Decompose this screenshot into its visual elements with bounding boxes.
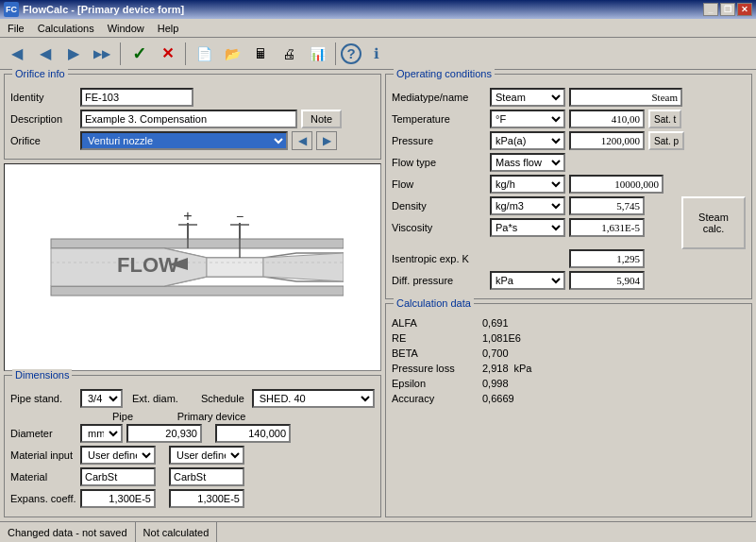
unit-select[interactable]: mm <box>80 424 123 443</box>
menu-window[interactable]: Window <box>102 21 150 36</box>
prev-button[interactable]: ◀ <box>32 41 59 67</box>
pipe-diameter-input[interactable] <box>126 424 202 443</box>
temperature-unit-select[interactable]: °F <box>490 110 565 128</box>
viscosity-input[interactable] <box>569 218 645 237</box>
calculation-data-title: Calculation data <box>394 297 474 309</box>
epsilon-row: Epsilon 0,998 <box>392 378 746 389</box>
svg-rect-4 <box>51 239 344 248</box>
beta-row: BETA 0,700 <box>392 347 746 359</box>
note-button[interactable]: Note <box>301 110 342 128</box>
menu-file[interactable]: File <box>2 21 30 36</box>
primary-expans-input[interactable] <box>169 489 244 508</box>
left-panel: Orifice info Identity Description Note O… <box>4 74 381 517</box>
accuracy-row: Accuracy 0,6669 <box>392 393 746 404</box>
info-button[interactable]: ℹ <box>363 41 390 67</box>
calculation-status-label: Not calculated <box>143 527 210 538</box>
new-button[interactable]: 📄 <box>191 41 217 67</box>
calculate-button[interactable]: 🖩 <box>247 41 274 67</box>
help-button[interactable]: ? <box>341 43 361 64</box>
temperature-input[interactable] <box>569 110 645 128</box>
mediatype-select[interactable]: Steam <box>490 88 565 107</box>
orifice-info-title: Orifice info <box>12 68 68 79</box>
re-value: 1,081E6 <box>482 332 521 344</box>
pipe-material-input-select[interactable]: User defined <box>80 446 156 465</box>
orifice-info-group: Orifice info Identity Description Note O… <box>4 74 381 160</box>
viscosity-unit-select[interactable]: Pa*s <box>490 218 565 237</box>
back-button[interactable]: ◀ <box>4 41 30 67</box>
primary-col-header: Primary device <box>169 411 254 422</box>
separator-1 <box>120 42 121 65</box>
window-title: FlowCalc - [Primary device form] <box>23 4 184 15</box>
svg-rect-10 <box>207 258 263 277</box>
minimize-button[interactable]: _ <box>703 3 718 16</box>
calculation-data-group: Calculation data ALFA 0,691 RE 1,081E6 B… <box>385 303 752 517</box>
mediatype-row: Mediatype/name Steam <box>392 88 746 107</box>
cancel-toolbar-button[interactable]: ✕ <box>154 41 180 67</box>
check-button[interactable]: ✓ <box>126 41 152 67</box>
svg-text:FLOW: FLOW <box>117 253 178 277</box>
title-bar: FC FlowCalc - [Primary device form] _ ❐ … <box>0 0 756 19</box>
open-button[interactable]: 📂 <box>219 41 245 67</box>
pipe-size-select[interactable]: 3/4 <box>80 389 123 408</box>
venturi-diagram: + − <box>42 206 344 329</box>
schedule-col-label: Schedule <box>201 393 244 404</box>
alfa-value: 0,691 <box>482 317 509 329</box>
accuracy-label: Accuracy <box>392 393 477 404</box>
sat-p-button[interactable]: Sat. p <box>648 131 684 150</box>
close-button[interactable]: ✕ <box>737 3 752 16</box>
restore-button[interactable]: ❐ <box>720 3 735 16</box>
orifice-select[interactable]: Venturi nozzle <box>80 131 288 150</box>
flow-row: Flow kg/h <box>392 175 746 194</box>
flow-label: Flow <box>392 178 486 190</box>
flow-unit-select[interactable]: kg/h <box>490 175 565 194</box>
app-icon: FC <box>4 2 19 17</box>
alfa-label: ALFA <box>392 317 477 329</box>
identity-input[interactable] <box>80 88 193 107</box>
diagram-area: + − <box>4 163 381 371</box>
main-area: Orifice info Identity Description Note O… <box>0 70 756 521</box>
primary-material-input-val[interactable] <box>169 467 244 486</box>
pipe-expans-input[interactable] <box>80 489 156 508</box>
skip-button[interactable]: ▶▶ <box>89 41 115 67</box>
primary-material-input-select[interactable]: User defined <box>169 446 244 465</box>
pressure-unit-select[interactable]: kPa(a) <box>490 131 565 150</box>
flow-input[interactable] <box>569 175 664 194</box>
identity-row: Identity <box>10 88 375 107</box>
pressure-row: Pressure kPa(a) Sat. p <box>392 131 746 150</box>
orifice-prev-btn[interactable]: ◀ <box>292 131 312 150</box>
density-input[interactable] <box>569 196 645 215</box>
description-input[interactable] <box>80 110 297 128</box>
orifice-label: Orifice <box>10 135 76 146</box>
medianame-input[interactable] <box>569 88 682 107</box>
ext-diam-col-label: Ext. diam. <box>132 393 178 404</box>
changed-data-label: Changed data - not saved <box>8 527 127 538</box>
density-unit-select[interactable]: kg/m3 <box>490 196 565 215</box>
pressure-input[interactable] <box>569 131 645 150</box>
print-button[interactable]: 🖨 <box>276 41 302 67</box>
svg-marker-11 <box>263 253 344 281</box>
steam-calc-button[interactable]: Steam calc. <box>681 196 746 249</box>
table-button[interactable]: 📊 <box>304 41 330 67</box>
dimensions-title: Dimensions <box>12 369 72 381</box>
diameter-row: Diameter mm <box>10 424 375 443</box>
beta-value: 0,700 <box>482 347 509 359</box>
separator-2 <box>185 42 186 65</box>
diff-pressure-unit-select[interactable]: kPa <box>490 271 565 290</box>
diameter-label: Diameter <box>10 428 76 439</box>
orifice-next-btn[interactable]: ▶ <box>316 131 337 150</box>
menu-help[interactable]: Help <box>152 21 185 36</box>
flow-type-select[interactable]: Mass flow <box>490 153 565 172</box>
svg-rect-5 <box>51 286 344 296</box>
epsilon-value: 0,998 <box>482 378 509 389</box>
primary-diameter-input[interactable] <box>215 424 291 443</box>
diff-pressure-input[interactable] <box>569 271 645 290</box>
flow-type-row: Flow type Mass flow <box>392 153 746 172</box>
schedule-select[interactable]: SHED. 40 <box>252 389 375 408</box>
pressure-loss-row: Pressure loss 2,918 kPa <box>392 363 746 374</box>
pipe-material-input[interactable] <box>80 467 156 486</box>
forward-button[interactable]: ▶ <box>60 41 87 67</box>
isentropic-input[interactable] <box>569 249 645 268</box>
sat-t-button[interactable]: Sat. t <box>648 110 681 128</box>
pipe-stand-row: Pipe stand. 3/4 Ext. diam. Schedule SHED… <box>10 389 375 408</box>
menu-calculations[interactable]: Calculations <box>32 21 100 36</box>
